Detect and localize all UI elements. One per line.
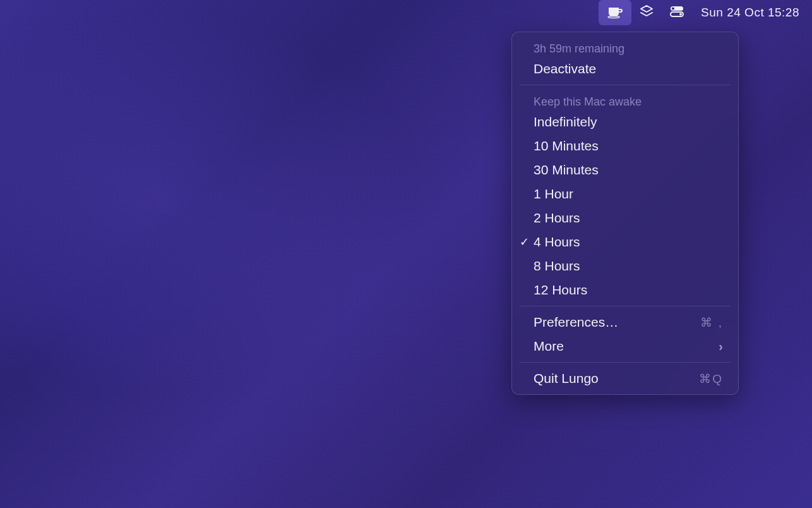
quit-shortcut: ⌘Q xyxy=(699,372,723,386)
menubar-control-center-icon[interactable] xyxy=(662,0,692,25)
coffee-cup-icon xyxy=(606,4,624,21)
duration-label: 4 Hours xyxy=(534,234,580,250)
svg-point-0 xyxy=(608,16,619,18)
duration-label: 2 Hours xyxy=(534,210,580,226)
quit-menu-item[interactable]: Quit Lungo ⌘Q xyxy=(512,366,738,390)
duration-1hr[interactable]: 1 Hour xyxy=(512,182,738,206)
control-center-icon xyxy=(669,5,684,20)
menu-divider xyxy=(520,362,731,363)
menu-divider xyxy=(520,306,731,306)
chevron-right-icon: › xyxy=(719,339,723,354)
duration-label: 10 Minutes xyxy=(534,138,599,154)
duration-10min[interactable]: 10 Minutes xyxy=(512,134,738,158)
svg-point-4 xyxy=(679,13,682,16)
duration-indefinitely[interactable]: Indefinitely xyxy=(512,110,738,134)
duration-label: 8 Hours xyxy=(534,258,580,274)
duration-8hr[interactable]: 8 Hours xyxy=(512,254,738,278)
duration-4hr[interactable]: ✓ 4 Hours xyxy=(512,230,738,254)
preferences-menu-item[interactable]: Preferences… ⌘ , xyxy=(512,310,738,334)
menubar-datetime[interactable]: Sun 24 Oct 15:28 xyxy=(692,6,799,20)
remaining-time-label: 3h 59m remaining xyxy=(512,36,738,57)
menu-divider xyxy=(520,85,731,85)
preferences-shortcut: ⌘ , xyxy=(700,315,723,330)
duration-label: 30 Minutes xyxy=(534,162,599,178)
duration-2hr[interactable]: 2 Hours xyxy=(512,206,738,230)
duration-label: Indefinitely xyxy=(534,114,597,130)
layers-icon xyxy=(639,4,654,21)
keep-awake-header: Keep this Mac awake xyxy=(512,89,738,110)
duration-label: 1 Hour xyxy=(534,186,573,202)
preferences-label: Preferences… xyxy=(534,315,618,330)
menubar-layers-icon[interactable] xyxy=(631,0,662,25)
lungo-dropdown-menu: 3h 59m remaining Deactivate Keep this Ma… xyxy=(511,32,739,395)
duration-12hr[interactable]: 12 Hours xyxy=(512,278,738,302)
deactivate-label: Deactivate xyxy=(534,61,596,76)
quit-label: Quit Lungo xyxy=(534,371,599,386)
more-menu-item[interactable]: More › xyxy=(512,334,738,358)
duration-label: 12 Hours xyxy=(534,282,587,298)
menubar-lungo-icon[interactable] xyxy=(599,0,631,25)
menubar: Sun 24 Oct 15:28 xyxy=(599,0,812,25)
more-label: More xyxy=(534,339,564,354)
svg-point-2 xyxy=(672,8,674,10)
duration-30min[interactable]: 30 Minutes xyxy=(512,158,738,182)
deactivate-menu-item[interactable]: Deactivate xyxy=(512,57,738,81)
checkmark-icon: ✓ xyxy=(520,235,529,249)
